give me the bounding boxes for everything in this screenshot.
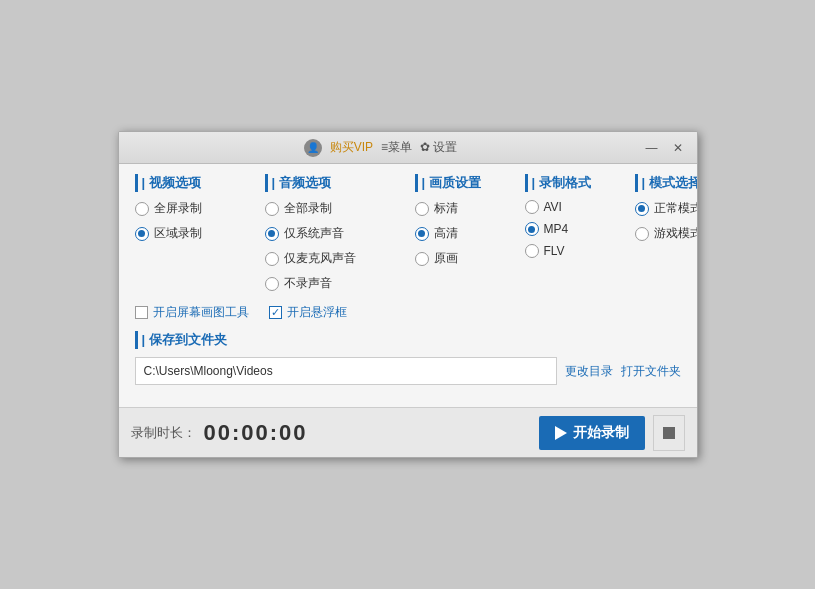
radio-region-circle xyxy=(135,227,149,241)
radio-hd[interactable]: 高清 xyxy=(415,225,525,242)
checkbox-row: 开启屏幕画图工具 ✓ 开启悬浮框 xyxy=(135,304,681,321)
radio-game-mode-label: 游戏模式 xyxy=(654,225,698,242)
mode-radio-group: 正常模式 游戏模式 xyxy=(635,200,698,242)
radio-system-audio[interactable]: 仅系统声音 xyxy=(265,225,415,242)
radio-sd-label: 标清 xyxy=(434,200,458,217)
radio-sd[interactable]: 标清 xyxy=(415,200,525,217)
radio-original[interactable]: 原画 xyxy=(415,250,525,267)
duration-label: 录制时长： xyxy=(131,424,196,442)
main-window: 👤 购买VIP ≡菜单 ✿ 设置 — ✕ | 视频选项 全屏录制 xyxy=(118,131,698,458)
start-record-label: 开始录制 xyxy=(573,424,629,442)
titlebar-menu-button[interactable]: ≡菜单 xyxy=(381,139,412,156)
radio-flv[interactable]: FLV xyxy=(525,244,635,258)
radio-avi-label: AVI xyxy=(544,200,562,214)
float-window-label: 开启悬浮框 xyxy=(287,304,347,321)
open-folder-button[interactable]: 打开文件夹 xyxy=(621,363,681,380)
titlebar-left: 👤 购买VIP ≡菜单 ✿ 设置 xyxy=(127,139,635,157)
screen-tool-label: 开启屏幕画图工具 xyxy=(153,304,249,321)
bottombar: 录制时长： 00:00:00 开始录制 xyxy=(119,407,697,457)
radio-region-label: 区域录制 xyxy=(154,225,202,242)
screen-tool-checkbox-box xyxy=(135,306,148,319)
duration-area: 录制时长： 00:00:00 xyxy=(131,420,308,446)
radio-game-mode[interactable]: 游戏模式 xyxy=(635,225,698,242)
radio-mic-audio[interactable]: 仅麦克风声音 xyxy=(265,250,415,267)
radio-fullscreen-label: 全屏录制 xyxy=(154,200,202,217)
radio-hd-label: 高清 xyxy=(434,225,458,242)
radio-normal-mode-label: 正常模式 xyxy=(654,200,698,217)
user-icon: 👤 xyxy=(304,139,322,157)
duration-time: 00:00:00 xyxy=(204,420,308,446)
start-record-button[interactable]: 开始录制 xyxy=(539,416,645,450)
radio-mp4-circle xyxy=(525,222,539,236)
radio-all-audio-label: 全部录制 xyxy=(284,200,332,217)
format-radio-group: AVI MP4 FLV xyxy=(525,200,635,258)
float-window-checkbox-box: ✓ xyxy=(269,306,282,319)
quality-section-title: | 画质设置 xyxy=(415,174,525,192)
minimize-button[interactable]: — xyxy=(641,139,663,157)
titlebar-buttons: — ✕ xyxy=(641,139,689,157)
radio-system-audio-circle xyxy=(265,227,279,241)
radio-mic-audio-label: 仅麦克风声音 xyxy=(284,250,356,267)
content-area: | 视频选项 全屏录制 区域录制 | 音频选项 xyxy=(119,164,697,407)
float-window-checkbox[interactable]: ✓ 开启悬浮框 xyxy=(269,304,347,321)
radio-no-audio[interactable]: 不录声音 xyxy=(265,275,415,292)
mode-section: | 模式选择 正常模式 游戏模式 xyxy=(635,174,698,292)
titlebar-settings-button[interactable]: ✿ 设置 xyxy=(420,139,457,156)
titlebar-vip-button[interactable]: 购买VIP xyxy=(330,139,373,156)
mode-section-title: | 模式选择 xyxy=(635,174,698,192)
radio-mp4-label: MP4 xyxy=(544,222,569,236)
radio-no-audio-label: 不录声音 xyxy=(284,275,332,292)
radio-hd-circle xyxy=(415,227,429,241)
quality-section: | 画质设置 标清 高清 原画 xyxy=(415,174,525,292)
radio-system-audio-label: 仅系统声音 xyxy=(284,225,344,242)
radio-fullscreen[interactable]: 全屏录制 xyxy=(135,200,265,217)
radio-fullscreen-circle xyxy=(135,202,149,216)
radio-avi[interactable]: AVI xyxy=(525,200,635,214)
record-buttons-area: 开始录制 xyxy=(539,415,685,451)
radio-avi-circle xyxy=(525,200,539,214)
format-section: | 录制格式 AVI MP4 FLV xyxy=(525,174,635,292)
video-section-title: | 视频选项 xyxy=(135,174,265,192)
radio-no-audio-circle xyxy=(265,277,279,291)
audio-section-title: | 音频选项 xyxy=(265,174,415,192)
radio-original-label: 原画 xyxy=(434,250,458,267)
titlebar-user[interactable]: 👤 xyxy=(304,139,322,157)
radio-normal-mode[interactable]: 正常模式 xyxy=(635,200,698,217)
radio-region[interactable]: 区域录制 xyxy=(135,225,265,242)
radio-sd-circle xyxy=(415,202,429,216)
change-folder-button[interactable]: 更改目录 xyxy=(565,363,613,380)
radio-game-mode-circle xyxy=(635,227,649,241)
video-section: | 视频选项 全屏录制 区域录制 xyxy=(135,174,265,292)
save-section-title: | 保存到文件夹 xyxy=(135,331,681,349)
radio-all-audio[interactable]: 全部录制 xyxy=(265,200,415,217)
stop-icon xyxy=(663,427,675,439)
quality-radio-group: 标清 高清 原画 xyxy=(415,200,525,267)
radio-flv-circle xyxy=(525,244,539,258)
radio-mp4[interactable]: MP4 xyxy=(525,222,635,236)
video-radio-group: 全屏录制 区域录制 xyxy=(135,200,265,242)
radio-all-audio-circle xyxy=(265,202,279,216)
close-button[interactable]: ✕ xyxy=(667,139,689,157)
screen-tool-checkbox[interactable]: 开启屏幕画图工具 xyxy=(135,304,249,321)
save-section: | 保存到文件夹 更改目录 打开文件夹 xyxy=(135,331,681,385)
options-grid: | 视频选项 全屏录制 区域录制 | 音频选项 xyxy=(135,174,681,292)
radio-original-circle xyxy=(415,252,429,266)
audio-radio-group: 全部录制 仅系统声音 仅麦克风声音 不录声音 xyxy=(265,200,415,292)
format-section-title: | 录制格式 xyxy=(525,174,635,192)
stop-record-button[interactable] xyxy=(653,415,685,451)
radio-normal-mode-circle xyxy=(635,202,649,216)
radio-flv-label: FLV xyxy=(544,244,565,258)
radio-mic-audio-circle xyxy=(265,252,279,266)
folder-path-input[interactable] xyxy=(135,357,557,385)
audio-section: | 音频选项 全部录制 仅系统声音 仅麦克风声音 xyxy=(265,174,415,292)
folder-row: 更改目录 打开文件夹 xyxy=(135,357,681,385)
titlebar: 👤 购买VIP ≡菜单 ✿ 设置 — ✕ xyxy=(119,132,697,164)
play-icon xyxy=(555,426,567,440)
